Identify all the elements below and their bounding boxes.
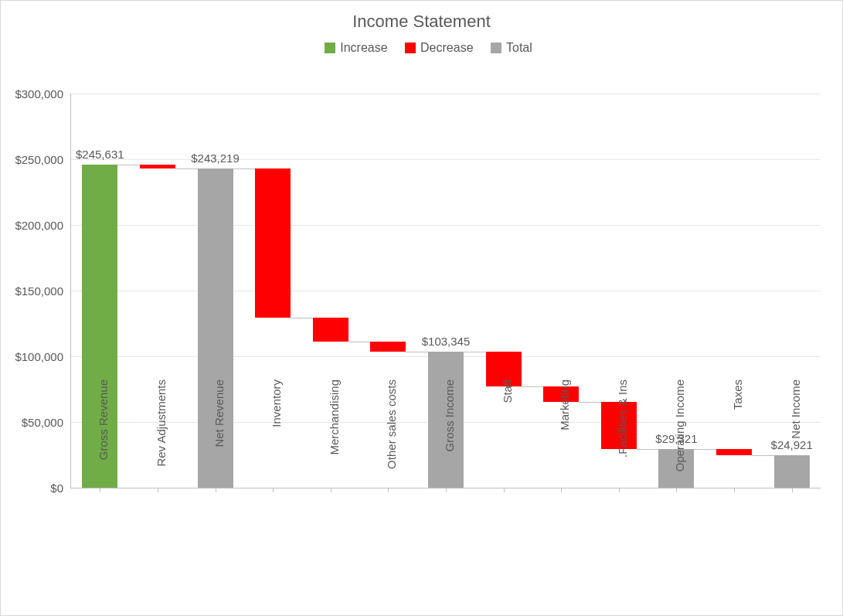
x-tick-label: Net Income bbox=[789, 379, 802, 495]
bar-decrease bbox=[140, 165, 175, 168]
legend-swatch-decrease bbox=[405, 43, 416, 53]
connector-line bbox=[291, 318, 313, 318]
y-tick-label: $300,000 bbox=[15, 87, 71, 100]
connector-line bbox=[175, 168, 198, 169]
x-tick-label: Inventory bbox=[270, 379, 283, 495]
waterfall-chart: Income Statement Increase Decrease Total… bbox=[0, 0, 843, 616]
x-tick-label: Net Revenue bbox=[212, 379, 226, 495]
legend-label-increase: Increase bbox=[340, 41, 387, 54]
data-label: $243,219 bbox=[169, 151, 262, 165]
gridline bbox=[71, 94, 821, 94]
connector-line bbox=[694, 449, 716, 450]
y-tick-label: $0 bbox=[50, 482, 71, 495]
legend-label-decrease: Decrease bbox=[420, 41, 473, 54]
connector-line bbox=[406, 352, 428, 352]
y-tick-label: $100,000 bbox=[15, 350, 71, 363]
y-tick-label: $50,000 bbox=[22, 416, 71, 429]
x-tick-label: Operating Income bbox=[673, 379, 686, 495]
x-tick-label: Gross Revenue bbox=[97, 379, 110, 495]
data-label: $245,631 bbox=[53, 148, 146, 161]
connector-line bbox=[233, 168, 256, 169]
connector-line bbox=[579, 402, 601, 403]
legend-swatch-increase bbox=[325, 43, 335, 53]
legend-label-total: Total bbox=[506, 41, 532, 54]
gridline bbox=[71, 291, 821, 291]
connector-line bbox=[522, 386, 544, 387]
plot-area: $0$50,000$100,000$150,000$200,000$250,00… bbox=[70, 94, 821, 488]
y-tick-label: $200,000 bbox=[15, 219, 71, 232]
gridline bbox=[71, 225, 821, 226]
x-tick-label: Merchandising bbox=[328, 379, 341, 495]
y-tick-label: $150,000 bbox=[15, 284, 71, 298]
x-tick-label: Facilities & Ins. bbox=[616, 379, 629, 495]
legend-swatch-total bbox=[491, 43, 501, 53]
bar-decrease bbox=[255, 168, 291, 318]
connector-line bbox=[752, 455, 774, 456]
chart-title: Income Statement bbox=[1, 12, 842, 32]
connector-line bbox=[117, 165, 140, 165]
x-tick-label: Taxes bbox=[731, 379, 744, 495]
x-tick-label: Rev Adjustments bbox=[155, 379, 168, 495]
data-label: $103,345 bbox=[399, 335, 492, 348]
chart-legend: Increase Decrease Total bbox=[1, 41, 842, 55]
x-tick-label: Other sales costs bbox=[385, 379, 398, 495]
bar-decrease bbox=[313, 318, 348, 342]
x-tick-label: Marketing bbox=[558, 379, 571, 495]
connector-line bbox=[464, 352, 486, 352]
connector-line bbox=[637, 449, 659, 450]
x-tick-label: Gross Income bbox=[443, 379, 456, 495]
x-tick-label: Staff bbox=[501, 379, 514, 495]
connector-line bbox=[348, 342, 371, 342]
